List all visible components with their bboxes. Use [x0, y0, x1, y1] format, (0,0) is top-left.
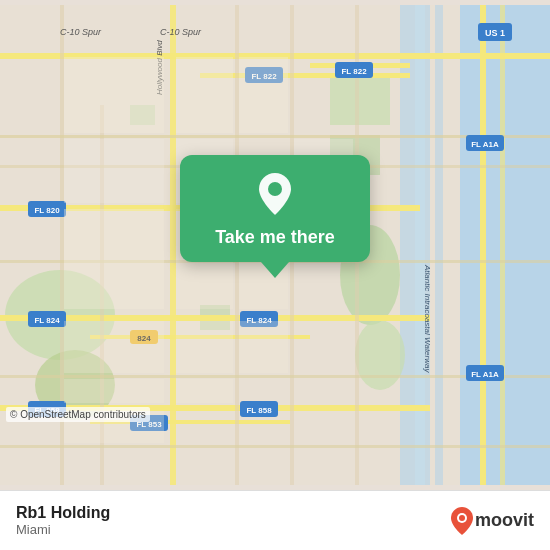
svg-point-10: [355, 320, 405, 390]
svg-rect-3: [415, 5, 425, 485]
svg-text:Atlantic Intracoastal Waterway: Atlantic Intracoastal Waterway: [423, 264, 432, 373]
svg-text:FL A1A: FL A1A: [471, 370, 499, 379]
svg-rect-33: [0, 445, 550, 448]
location-pin-icon: [257, 173, 293, 219]
bottom-bar: Rb1 Holding Miami moovit: [0, 490, 550, 550]
location-info: Rb1 Holding Miami: [16, 504, 110, 537]
svg-rect-21: [170, 5, 176, 485]
svg-text:US 1: US 1: [485, 28, 505, 38]
tooltip-container[interactable]: Take me there: [180, 155, 370, 278]
svg-rect-75: [176, 379, 233, 403]
tooltip-box[interactable]: Take me there: [180, 155, 370, 262]
svg-text:FL 820: FL 820: [34, 206, 60, 215]
svg-rect-74: [64, 379, 164, 403]
svg-rect-65: [176, 57, 233, 133]
svg-rect-73: [239, 321, 288, 373]
svg-text:C-10 Spur: C-10 Spur: [60, 27, 102, 37]
svg-text:FL A1A: FL A1A: [471, 140, 499, 149]
take-me-there-label: Take me there: [215, 227, 335, 248]
svg-text:FL 858: FL 858: [246, 406, 272, 415]
map-area[interactable]: US 1 FL 822 FL 822 FL 820 FL 824 824 FL …: [0, 0, 550, 490]
svg-rect-63: [64, 209, 164, 309]
map-attribution: © OpenStreetMap contributors: [6, 407, 150, 422]
svg-text:FL 822: FL 822: [341, 67, 367, 76]
moovit-pin-icon: [451, 507, 473, 535]
svg-rect-22: [480, 5, 486, 485]
svg-point-77: [268, 182, 282, 196]
svg-text:FL 824: FL 824: [34, 316, 60, 325]
svg-text:C-10 Spur: C-10 Spur: [160, 27, 202, 37]
svg-point-79: [459, 515, 465, 521]
moovit-logo: moovit: [451, 507, 534, 535]
app-container: US 1 FL 822 FL 822 FL 820 FL 824 824 FL …: [0, 0, 550, 550]
svg-rect-71: [64, 321, 164, 373]
svg-rect-67: [239, 57, 288, 133]
location-name: Rb1 Holding: [16, 504, 110, 522]
moovit-text: moovit: [475, 510, 534, 531]
svg-rect-7: [330, 75, 390, 125]
location-city: Miami: [16, 522, 110, 537]
tooltip-arrow: [261, 262, 289, 278]
svg-rect-64: [64, 139, 164, 203]
svg-rect-72: [176, 321, 233, 373]
svg-rect-62: [64, 57, 164, 133]
svg-rect-4: [435, 5, 443, 485]
svg-rect-23: [500, 5, 505, 485]
